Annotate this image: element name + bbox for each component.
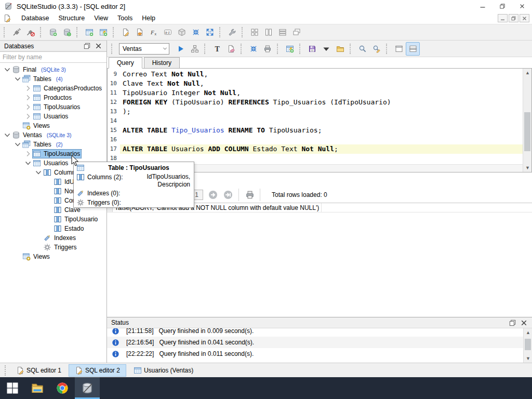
tree-item-tipousuarios[interactable]: TipoUsuarios [0, 149, 107, 158]
chevron-down-icon[interactable] [3, 131, 11, 139]
menu-view[interactable]: View [89, 14, 113, 23]
child-minimize-button[interactable] [498, 14, 508, 22]
menu-structure[interactable]: Structure [54, 14, 90, 23]
extension-manager-button[interactable] [175, 25, 189, 39]
functions-editor-button[interactable]: Fx [147, 25, 161, 39]
window-tab-sql-editor-2[interactable]: SQL editor 2 [69, 364, 126, 377]
save-sql-button[interactable] [305, 42, 319, 56]
edit-database-button[interactable] [60, 25, 74, 39]
create-view-from-query-button[interactable] [283, 42, 297, 56]
taskbar-explorer-button[interactable] [25, 377, 50, 399]
tree-item-views[interactable]: Views [0, 252, 107, 261]
editor-line[interactable]: 10Clave Text Not Null, [108, 79, 523, 88]
last-page-icon[interactable] [223, 190, 233, 200]
window-tab-usuarios-ventas[interactable]: Usuarios (Ventas) [128, 364, 199, 377]
print-results-icon[interactable] [245, 190, 255, 200]
scroll-down-icon[interactable]: ▼ [523, 164, 532, 172]
tab-query[interactable]: Query [109, 57, 142, 69]
panel-close-icon[interactable] [95, 42, 102, 50]
results-in-tab-button[interactable] [392, 42, 406, 56]
ddl-history-button[interactable] [132, 25, 147, 39]
editor-line[interactable]: 12FOREIGN KEY (TipoUsuario) REFERENCES T… [108, 98, 523, 107]
scrollbar-thumb[interactable] [524, 112, 530, 152]
chevron-down-icon[interactable] [14, 140, 22, 149]
tab-history[interactable]: History [144, 57, 180, 68]
export-button[interactable] [203, 25, 217, 39]
connect-db-button[interactable] [9, 25, 23, 39]
tree-item-usuarios[interactable]: Usuarios [0, 112, 107, 121]
status-vertical-scrollbar[interactable]: ▲ ▼ [523, 328, 532, 363]
find-button[interactable] [355, 42, 369, 56]
chevron-right-icon[interactable] [24, 94, 32, 102]
chevron-down-icon[interactable] [24, 159, 32, 167]
save-sql-menu-button[interactable] [319, 42, 333, 56]
filter-input[interactable] [0, 51, 107, 63]
tree-item-indexes[interactable]: Indexes [0, 233, 107, 243]
scroll-down-icon[interactable]: ▼ [524, 354, 532, 363]
editor-line[interactable]: 17ALTER TABLE Usuarios ADD COLUMN Estado… [108, 144, 523, 154]
editor-line[interactable]: 11TipoUsuario Integer Not Null, [108, 88, 523, 98]
chevron-right-icon[interactable] [24, 150, 32, 158]
load-sql-button[interactable] [333, 42, 347, 56]
minimize-button[interactable] [473, 0, 493, 12]
mdi-tile-vertical-button[interactable] [261, 25, 275, 39]
tree-item-productos[interactable]: Productos [0, 93, 107, 102]
editor-line[interactable]: 13); [108, 107, 523, 116]
mdi-tile-horizontal-button[interactable] [275, 25, 289, 39]
menu-tools[interactable]: Tools [113, 14, 137, 23]
editor-line[interactable]: 16 [108, 135, 523, 144]
clear-history-button[interactable] [224, 42, 238, 56]
window-tab-sql-editor-1[interactable]: SQL editor 1 [10, 364, 67, 377]
close-button[interactable] [512, 0, 532, 12]
next-page-icon[interactable] [208, 190, 218, 200]
tree-item-tables[interactable]: Tables(2) [0, 140, 107, 149]
taskbar-start-button[interactable] [0, 377, 25, 399]
taskbar-sqlitestudio-button[interactable] [75, 377, 100, 399]
database-combo[interactable]: Ventas [119, 43, 169, 55]
tree-item-tipousuarios[interactable]: TipoUsuarios [0, 102, 107, 112]
mdi-tile-button[interactable] [247, 25, 261, 39]
chevron-down-icon[interactable] [14, 75, 22, 83]
print-query-button[interactable] [260, 42, 274, 56]
chevron-down-icon[interactable] [3, 65, 11, 74]
tree-item-views[interactable]: Views [0, 121, 107, 130]
scroll-up-icon[interactable]: ▲ [523, 69, 532, 77]
chevron-right-icon[interactable] [24, 112, 32, 121]
editor-line[interactable]: 15ALTER TABLE Tipo_Usuarios RENAME TO Ti… [108, 126, 523, 135]
sql-code-editor[interactable]: 9Correo Text Not Null,10Clave Text Not N… [107, 69, 532, 172]
tree-item-tipousuario[interactable]: TipoUsuario [0, 215, 107, 224]
chevron-right-icon[interactable] [24, 103, 32, 111]
scrollbar-thumb[interactable] [525, 339, 531, 350]
tree-item-ventas[interactable]: Ventas(SQLite 3) [0, 130, 107, 140]
explain-query-plan-button[interactable] [188, 42, 202, 56]
new-view-button[interactable] [96, 25, 110, 39]
tree-item-tables[interactable]: Tables(4) [0, 74, 107, 84]
child-close-button[interactable] [520, 14, 529, 22]
disconnect-db-button[interactable] [23, 25, 37, 39]
mdi-cascade-button[interactable] [289, 25, 303, 39]
taskbar-chrome-button[interactable] [50, 377, 75, 399]
add-database-button[interactable] [46, 25, 60, 39]
editor-line[interactable]: 9Correo Text Not Null, [108, 70, 523, 79]
format-sql-button[interactable]: T [210, 42, 224, 56]
restore-button[interactable] [493, 0, 512, 12]
child-restore-button[interactable] [509, 14, 518, 22]
new-table-button[interactable] [82, 25, 96, 39]
tree-item-final[interactable]: Final(SQLite 3) [0, 65, 107, 74]
editor-line[interactable]: 14 [108, 116, 523, 126]
scroll-up-icon[interactable]: ▲ [524, 328, 532, 337]
configuration-button[interactable] [225, 25, 239, 39]
tree-item-estado[interactable]: Estado [0, 224, 107, 233]
tree-item-triggers[interactable]: Triggers [0, 243, 107, 252]
menu-help[interactable]: Help [137, 14, 160, 23]
panel-float-icon[interactable] [509, 319, 516, 327]
replace-button[interactable] [369, 42, 383, 56]
editor-vertical-scrollbar[interactable]: ▲ ▼ [523, 69, 531, 172]
collations-editor-button[interactable]: a·z [161, 25, 175, 39]
panel-close-icon[interactable] [520, 319, 528, 327]
menu-database[interactable]: Database [17, 14, 54, 23]
import-button[interactable] [189, 25, 203, 39]
open-sql-editor-button[interactable] [118, 25, 132, 39]
chevron-down-icon[interactable] [34, 168, 43, 177]
export-results-button[interactable] [246, 42, 260, 56]
